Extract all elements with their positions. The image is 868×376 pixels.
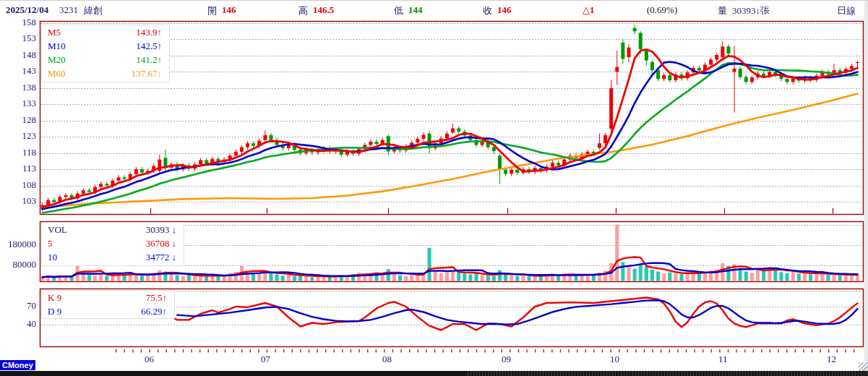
legend-row-m5: M5143.9↑	[42, 25, 169, 39]
volume-label: 量	[718, 4, 727, 17]
low-label: 低	[394, 4, 403, 17]
vma5-label: 5	[48, 236, 53, 250]
period-selector[interactable]: 日線	[837, 4, 856, 17]
volume-legend: VOL30393 ↓ 536708 ↓ 1034772 ↓	[41, 222, 184, 266]
month-axis-label: 08	[382, 354, 392, 365]
price-axis-label: 133	[0, 98, 36, 109]
price-axis-label: 123	[0, 130, 36, 142]
scrollbar-thumb[interactable]	[0, 371, 466, 376]
cmoney-watermark: CMoney	[0, 360, 35, 370]
volume-axis-label: 80000	[0, 259, 36, 270]
low-value: 144	[408, 4, 423, 16]
volume-axis-label: 180000	[0, 239, 36, 250]
price-axis-label: 108	[0, 179, 36, 191]
volume-value: 30393↓張	[732, 4, 770, 17]
m10-value: 142.5↑	[136, 39, 162, 53]
vma10-label: 10	[48, 250, 57, 264]
price-axis-label: 118	[0, 147, 36, 158]
change-percent: (0.69%)	[647, 4, 677, 16]
m5-value: 143.9↑	[136, 25, 162, 39]
change-value: △1	[583, 4, 595, 16]
legend-row-vma5: 536708 ↓	[42, 236, 184, 250]
high-value: 146.5	[313, 4, 334, 16]
m10-label: M10	[48, 39, 66, 53]
price-axis-label: 128	[0, 114, 36, 126]
price-axis-label: 113	[0, 163, 36, 174]
vol-value: 30393 ↓	[146, 223, 176, 236]
legend-row-m10: M10142.5↑	[42, 39, 169, 53]
price-axis-label: 148	[0, 49, 36, 61]
month-axis-label: 10	[610, 354, 619, 365]
vol-label: VOL	[48, 223, 67, 236]
vma5-value: 36708 ↓	[146, 236, 176, 250]
m20-label: M20	[48, 53, 66, 67]
open-label: 開	[207, 4, 217, 17]
close-label: 收	[483, 4, 492, 17]
horizontal-scrollbar[interactable]	[0, 371, 868, 376]
close-value: 146	[497, 4, 512, 16]
legend-row-d9: D 966.29↑	[42, 304, 174, 318]
legend-row-k9: K 975.5↑	[42, 291, 174, 304]
price-axis-label: 138	[0, 82, 36, 93]
legend-row-m20: M20141.2↑	[42, 53, 169, 67]
k9-value: 75.5↑	[146, 291, 167, 304]
legend-row-vma10: 1034772 ↓	[42, 250, 184, 264]
kd-legend: K 975.5↑ D 966.29↑	[41, 290, 175, 319]
k9-label: K 9	[48, 291, 61, 304]
month-axis-label: 06	[145, 354, 154, 365]
stock-id: 3231	[59, 4, 78, 16]
date-label: 2025/12/04	[6, 4, 48, 16]
vma10-value: 34772 ↓	[146, 250, 176, 264]
m60-value: 137.67↑	[132, 67, 162, 80]
open-value: 146	[222, 4, 236, 16]
month-axis-label: 11	[718, 354, 728, 365]
price-ma-legend: M5143.9↑ M10142.5↑ M20141.2↑ M60137.67↑	[41, 25, 170, 82]
stock-name: 緯創	[84, 4, 103, 17]
price-axis-label: 103	[0, 195, 36, 207]
legend-row-m60: M60137.67↑	[42, 67, 169, 80]
m20-value: 141.2↑	[136, 53, 162, 67]
kd-axis-label: 40	[0, 318, 36, 330]
m60-label: M60	[48, 67, 66, 80]
d9-value: 66.29↑	[141, 304, 167, 318]
month-axis-label: 09	[502, 354, 511, 365]
resize-grip-icon[interactable]	[859, 362, 868, 371]
window-right-edge	[864, 1, 868, 371]
stock-chart-app: 2025/12/04 3231 緯創 開 146 高 146.5 低 144 收…	[0, 0, 868, 376]
kd-axis-label: 70	[0, 300, 36, 312]
m5-label: M5	[48, 25, 61, 39]
legend-row-vol: VOL30393 ↓	[42, 223, 184, 236]
month-axis-label: 12	[827, 354, 836, 365]
price-axis-label: 153	[0, 33, 36, 44]
high-label: 高	[298, 4, 308, 17]
month-axis-label: 07	[261, 354, 270, 365]
price-axis-label: 143	[0, 65, 36, 77]
d9-label: D 9	[48, 304, 61, 318]
price-axis-label: 158	[0, 17, 36, 28]
